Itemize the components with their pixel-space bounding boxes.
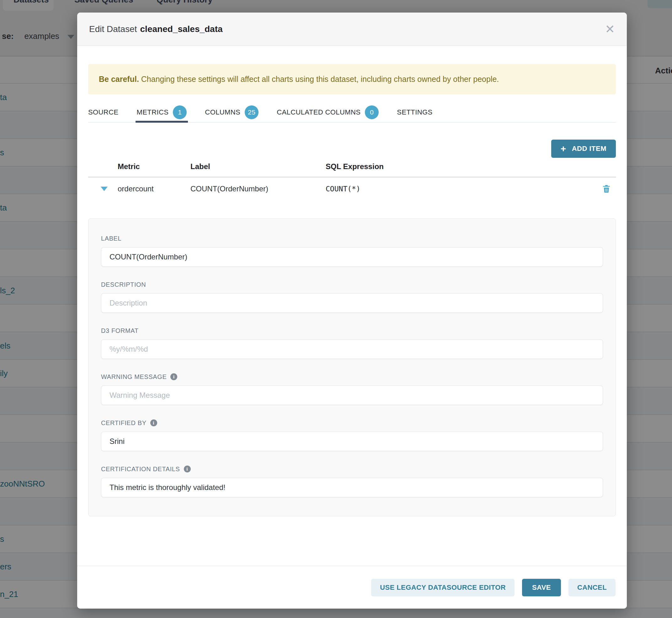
field-label: CERTIFICATION DETAILSi bbox=[101, 466, 603, 473]
field-label-text: CERTIFICATION DETAILS bbox=[101, 466, 180, 473]
field-certification-details: CERTIFICATION DETAILSi bbox=[101, 466, 603, 497]
metrics-table-header: Metric Label SQL Expression bbox=[88, 162, 616, 177]
tab-label: COLUMNS bbox=[205, 108, 240, 116]
field-label-text: WARNING MESSAGE bbox=[101, 373, 167, 381]
edit-dataset-modal: Edit Datasetcleaned_sales_data ✕ Be care… bbox=[77, 13, 627, 609]
metric-column-header: Metric bbox=[118, 162, 190, 171]
tab-count-badge: 0 bbox=[365, 105, 379, 119]
metrics-table: Metric Label SQL Expression ordercount C… bbox=[88, 162, 616, 200]
modal-footer: USE LEGACY DATASOURCE EDITOR SAVE CANCEL bbox=[77, 565, 627, 609]
field-label-text: CERTIFIED BY bbox=[101, 419, 147, 427]
add-item-row: + ADD ITEM bbox=[88, 139, 616, 158]
metric-sql-expression: COUNT(*) bbox=[326, 185, 597, 193]
field-description: DESCRIPTION bbox=[101, 281, 603, 313]
metric-name: ordercount bbox=[118, 185, 190, 193]
delete-metric-icon[interactable] bbox=[601, 184, 611, 194]
d3-format-input[interactable] bbox=[101, 339, 603, 359]
tab-calculated-columns[interactable]: CALCULATED COLUMNS0 bbox=[277, 103, 379, 122]
add-item-label: ADD ITEM bbox=[572, 144, 606, 153]
field-label: D3 FORMAT bbox=[101, 327, 603, 334]
close-icon[interactable]: ✕ bbox=[605, 23, 615, 35]
field-label-text: LABEL bbox=[101, 235, 121, 242]
tab-columns[interactable]: COLUMNS25 bbox=[205, 103, 259, 122]
tab-source[interactable]: SOURCE bbox=[88, 103, 119, 122]
info-icon[interactable]: i bbox=[170, 373, 177, 380]
tab-count-badge: 1 bbox=[173, 105, 187, 119]
tab-label: CALCULATED COLUMNS bbox=[277, 108, 361, 116]
modal-title: Edit Datasetcleaned_sales_data bbox=[89, 24, 223, 34]
field-d3-format: D3 FORMAT bbox=[101, 327, 603, 359]
plus-icon: + bbox=[561, 144, 566, 153]
description-input[interactable] bbox=[101, 293, 603, 313]
tab-label: SETTINGS bbox=[397, 108, 432, 116]
field-warning-message: WARNING MESSAGEi bbox=[101, 373, 603, 405]
tab-metrics[interactable]: METRICS1 bbox=[137, 103, 187, 122]
use-legacy-editor-button[interactable]: USE LEGACY DATASOURCE EDITOR bbox=[371, 579, 514, 596]
field-label: LABEL bbox=[101, 235, 603, 242]
warning-banner-bold: Be careful. bbox=[99, 75, 139, 84]
sql-expression-column-header: SQL Expression bbox=[326, 162, 597, 171]
warning-message-input[interactable] bbox=[101, 386, 603, 405]
add-item-button[interactable]: + ADD ITEM bbox=[551, 139, 616, 158]
tab-label: METRICS bbox=[137, 108, 169, 116]
warning-banner-text: Changing these settings will affect all … bbox=[139, 75, 499, 84]
metric-detail-panel: LABELDESCRIPTIOND3 FORMATWARNING MESSAGE… bbox=[88, 218, 616, 516]
label-column-header: Label bbox=[190, 162, 326, 171]
dataset-editor-tabs: SOURCEMETRICS1COLUMNS25CALCULATED COLUMN… bbox=[88, 103, 616, 123]
warning-banner: Be careful. Changing these settings will… bbox=[88, 64, 616, 94]
tab-label: SOURCE bbox=[88, 108, 119, 116]
field-label: LABEL bbox=[101, 235, 603, 267]
save-button[interactable]: SAVE bbox=[522, 579, 561, 596]
modal-body: Be careful. Changing these settings will… bbox=[77, 64, 627, 516]
tab-settings[interactable]: SETTINGS bbox=[397, 103, 432, 122]
field-label-text: D3 FORMAT bbox=[101, 327, 138, 334]
metric-row: ordercount COUNT(OrderNumber) COUNT(*) bbox=[88, 178, 616, 200]
metric-label: COUNT(OrderNumber) bbox=[190, 185, 326, 193]
info-icon[interactable]: i bbox=[184, 466, 191, 473]
cancel-button[interactable]: CANCEL bbox=[568, 579, 615, 596]
info-icon[interactable]: i bbox=[150, 419, 157, 426]
label-input[interactable] bbox=[101, 247, 603, 267]
modal-title-prefix: Edit Dataset bbox=[89, 24, 137, 34]
field-label-text: DESCRIPTION bbox=[101, 281, 146, 288]
tab-count-badge: 25 bbox=[245, 105, 259, 119]
modal-header: Edit Datasetcleaned_sales_data ✕ bbox=[77, 13, 627, 46]
field-certified-by: CERTIFIED BYi bbox=[101, 419, 603, 451]
field-label: WARNING MESSAGEi bbox=[101, 373, 603, 381]
certified-by-input[interactable] bbox=[101, 432, 603, 451]
collapse-caret-icon[interactable] bbox=[101, 187, 108, 191]
modal-title-dataset-name: cleaned_sales_data bbox=[140, 24, 223, 34]
field-label: DESCRIPTION bbox=[101, 281, 603, 288]
certification-details-input[interactable] bbox=[101, 478, 603, 497]
field-label: CERTIFIED BYi bbox=[101, 419, 603, 427]
